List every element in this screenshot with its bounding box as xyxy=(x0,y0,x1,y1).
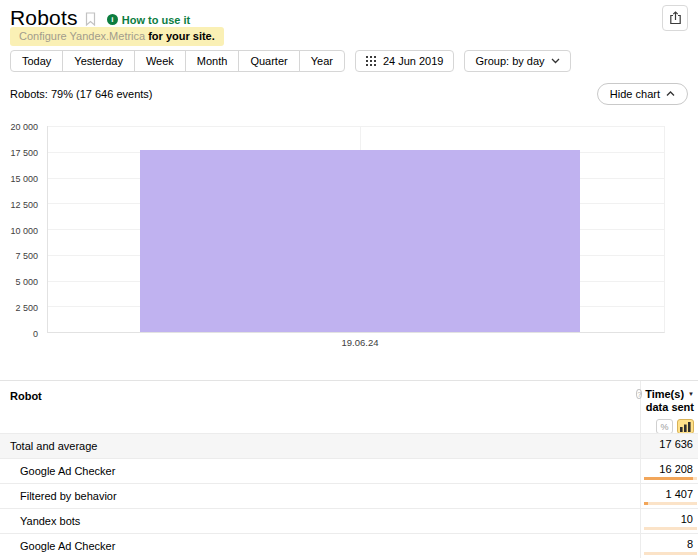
y-tick-label: 17 500 xyxy=(10,148,38,158)
table-row-total: Total and average 17 636 xyxy=(0,433,698,458)
row-value: 10 xyxy=(681,513,693,525)
plot-area xyxy=(47,126,665,333)
metric-header-line1[interactable]: ? Time(s) ▼ xyxy=(641,388,694,400)
table-row[interactable]: Yandex bots 10 xyxy=(0,508,698,533)
row-value-cell: 8 xyxy=(640,534,698,558)
row-label[interactable]: Yandex bots xyxy=(20,515,80,527)
row-value: 1 407 xyxy=(665,488,693,500)
metric-name: Time(s) xyxy=(645,388,684,400)
y-tick-label: 2 500 xyxy=(15,303,38,313)
y-tick-label: 20 000 xyxy=(10,122,38,132)
row-bar-fill xyxy=(644,502,648,505)
table-row[interactable]: Google Ad Checker 16 208 xyxy=(0,458,698,483)
table-row[interactable]: Google Ad Checker 8 xyxy=(0,533,698,558)
row-bar xyxy=(644,477,697,480)
y-axis-labels: 20 000 17 500 15 000 12 500 10 000 7 500… xyxy=(0,126,43,333)
row-label[interactable]: Filtered by behavior xyxy=(20,490,117,502)
sort-desc-icon[interactable]: ▼ xyxy=(688,391,694,397)
y-tick-label: 10 000 xyxy=(10,226,38,236)
x-axis-label: 19.06.24 xyxy=(342,337,379,348)
row-value-cell: 10 xyxy=(640,509,698,533)
events-bar-chart: 20 000 17 500 15 000 12 500 10 000 7 500… xyxy=(0,0,698,360)
row-value-cell: 1 407 xyxy=(640,484,698,508)
row-value: 17 636 xyxy=(659,438,693,450)
y-tick-label: 15 000 xyxy=(10,174,38,184)
row-label[interactable]: Google Ad Checker xyxy=(20,465,115,477)
robots-report-page: Robots i How to use it Configure Yandex.… xyxy=(0,0,698,558)
row-value: 16 208 xyxy=(659,463,693,475)
robot-column-header: Robot xyxy=(10,390,42,402)
display-toggles: % xyxy=(641,419,694,434)
bar-chart-icon xyxy=(680,422,691,432)
y-tick-label: 12 500 xyxy=(10,200,38,210)
table-row[interactable]: Filtered by behavior 1 407 xyxy=(0,483,698,508)
row-bar xyxy=(644,502,697,505)
row-label[interactable]: Google Ad Checker xyxy=(20,540,115,552)
row-value-cell: 17 636 xyxy=(640,434,698,458)
percent-toggle-button[interactable]: % xyxy=(656,419,673,434)
metric-column-header: ? Time(s) ▼ data sent % xyxy=(640,381,698,433)
bars-toggle-button[interactable] xyxy=(677,419,694,434)
robots-table: Robot ? Time(s) ▼ data sent % xyxy=(0,380,698,558)
gridline xyxy=(48,126,664,127)
row-bar xyxy=(644,552,697,555)
help-icon[interactable]: ? xyxy=(636,389,642,399)
row-bar-fill xyxy=(644,477,693,480)
row-value: 8 xyxy=(687,538,693,550)
row-bar xyxy=(644,527,697,530)
row-value-cell: 16 208 xyxy=(640,459,698,483)
y-tick-label: 7 500 xyxy=(15,251,38,261)
chart-bar[interactable] xyxy=(140,150,580,332)
table-header: Robot ? Time(s) ▼ data sent % xyxy=(0,381,698,433)
row-label: Total and average xyxy=(10,440,97,452)
metric-header-line2: data sent xyxy=(641,401,694,413)
y-tick-label: 5 000 xyxy=(15,277,38,287)
y-tick-label: 0 xyxy=(33,329,38,339)
